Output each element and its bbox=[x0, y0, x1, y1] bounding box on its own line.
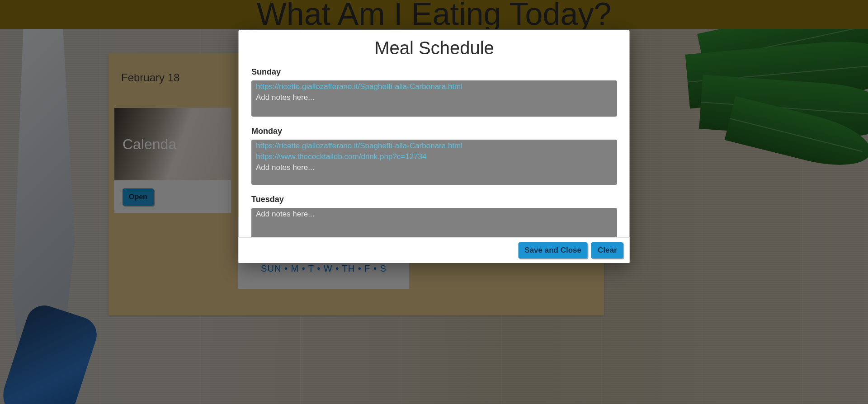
recipe-link[interactable]: https://ricette.giallozafferano.it/Spagh… bbox=[256, 81, 613, 92]
day-block: Sundayhttps://ricette.giallozafferano.it… bbox=[251, 67, 617, 117]
day-block: Mondayhttps://ricette.giallozafferano.it… bbox=[251, 127, 617, 185]
day-label: Sunday bbox=[251, 67, 617, 77]
clear-button[interactable]: Clear bbox=[591, 242, 623, 258]
note-box: https://ricette.giallozafferano.it/Spagh… bbox=[251, 80, 617, 117]
recipe-link[interactable]: https://ricette.giallozafferano.it/Spagh… bbox=[256, 141, 613, 151]
save-and-close-button[interactable]: Save and Close bbox=[518, 242, 588, 258]
modal-body[interactable]: Meal Schedule Sundayhttps://ricette.gial… bbox=[239, 30, 630, 237]
notes-textarea[interactable] bbox=[256, 209, 613, 237]
meal-schedule-modal: Meal Schedule Sundayhttps://ricette.gial… bbox=[239, 30, 630, 263]
note-box bbox=[251, 208, 617, 237]
note-box: https://ricette.giallozafferano.it/Spagh… bbox=[251, 140, 617, 185]
day-label: Tuesday bbox=[251, 195, 617, 204]
notes-textarea[interactable] bbox=[256, 162, 613, 185]
modal-title: Meal Schedule bbox=[251, 38, 617, 58]
recipe-link[interactable]: https://www.thecocktaildb.com/drink.php?… bbox=[256, 151, 613, 162]
day-label: Monday bbox=[251, 127, 617, 136]
notes-textarea[interactable] bbox=[256, 92, 613, 117]
day-block: Tuesday bbox=[251, 195, 617, 237]
modal-footer: Save and Close Clear bbox=[239, 237, 630, 263]
